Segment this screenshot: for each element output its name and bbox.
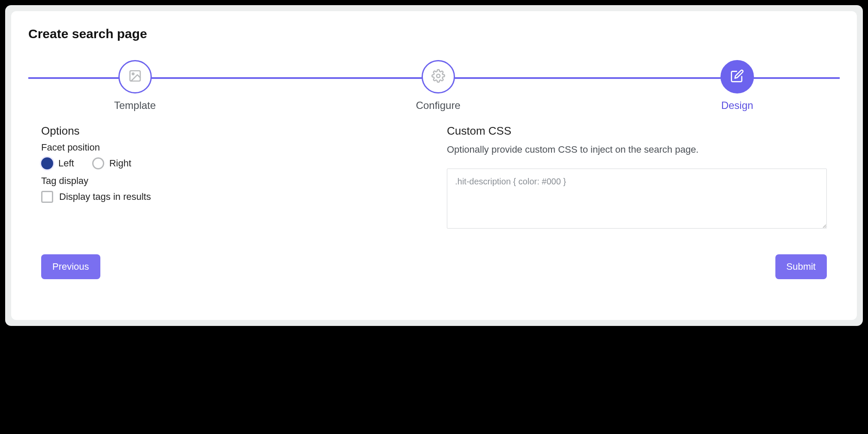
gear-icon: [431, 69, 445, 84]
facet-position-group: Left Right: [41, 157, 421, 169]
options-section: Options Facet position Left Right Tag di…: [41, 124, 421, 230]
checkbox-label: Display tags in results: [59, 191, 151, 202]
edit-icon: [730, 69, 744, 84]
custom-css-section: Custom CSS Optionally provide custom CSS…: [447, 124, 827, 230]
step-design-label: Design: [721, 99, 753, 112]
main-panel: Create search page Template: [11, 11, 857, 320]
radio-label: Right: [109, 158, 131, 169]
custom-css-input[interactable]: [447, 169, 827, 229]
step-template-circle: [118, 60, 152, 93]
submit-button[interactable]: Submit: [775, 254, 827, 279]
options-heading: Options: [41, 124, 421, 138]
svg-point-2: [437, 74, 440, 78]
step-design[interactable]: Design: [720, 60, 754, 112]
facet-position-left[interactable]: Left: [41, 157, 74, 169]
step-template-label: Template: [114, 99, 156, 112]
tag-display-checkbox[interactable]: Display tags in results: [41, 191, 421, 203]
wizard-footer: Previous Submit: [28, 241, 840, 279]
radio-label: Left: [58, 158, 74, 169]
form-content: Options Facet position Left Right Tag di…: [28, 124, 840, 230]
checkbox-indicator: [41, 191, 53, 203]
step-design-circle: [720, 60, 754, 93]
radio-indicator: [92, 157, 104, 169]
image-icon: [128, 69, 142, 84]
previous-button[interactable]: Previous: [41, 254, 100, 279]
radio-indicator: [41, 157, 53, 169]
step-configure[interactable]: Configure: [416, 60, 461, 112]
step-configure-label: Configure: [416, 99, 461, 112]
step-template[interactable]: Template: [114, 60, 156, 112]
app-shell: Create search page Template: [5, 5, 863, 326]
page-title: Create search page: [28, 27, 840, 41]
wizard-stepper: Template Configure: [28, 60, 840, 112]
facet-position-right[interactable]: Right: [92, 157, 131, 169]
step-configure-circle: [422, 60, 455, 93]
stepper-steps: Template Configure: [28, 60, 840, 112]
custom-css-heading: Custom CSS: [447, 124, 827, 138]
svg-point-1: [132, 73, 134, 75]
tag-display-label: Tag display: [41, 175, 421, 187]
custom-css-hint: Optionally provide custom CSS to inject …: [447, 142, 827, 157]
facet-position-label: Facet position: [41, 142, 421, 153]
